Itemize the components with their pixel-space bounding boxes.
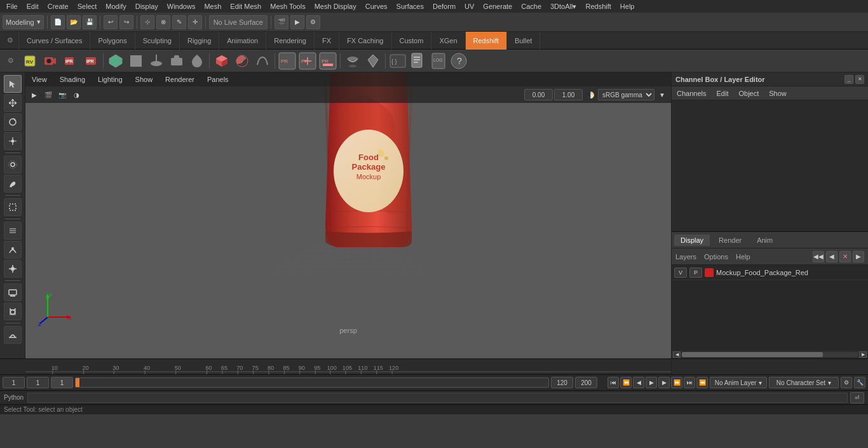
lasso-tool-btn[interactable]: ⊗ xyxy=(156,15,170,29)
vp-film-icon[interactable]: 🎬 xyxy=(42,88,55,101)
shelf-rs-pr2-btn[interactable]: PR xyxy=(298,51,317,71)
undo-btn[interactable]: ↩ xyxy=(104,15,118,29)
vp-menu-view[interactable]: View xyxy=(29,75,50,84)
universal-manipulator-btn[interactable] xyxy=(4,260,22,278)
menu-deform[interactable]: Deform xyxy=(429,1,459,11)
save-file-btn[interactable]: 💾 xyxy=(83,15,97,29)
layer-next-btn[interactable]: ▶ xyxy=(853,251,864,262)
vp-menu-lighting[interactable]: Lighting xyxy=(95,75,125,84)
play-forward-btn[interactable]: ▶ xyxy=(646,377,657,388)
layer-tab-anim[interactable]: Anim xyxy=(750,234,779,246)
shelf-obj4-btn[interactable] xyxy=(167,51,186,71)
layer-tab-render[interactable]: Render xyxy=(712,234,748,246)
prev-key-btn[interactable]: ⏪ xyxy=(620,377,632,388)
shelf-rs-pr1-btn[interactable]: PR xyxy=(278,51,297,71)
tab-rendering[interactable]: Rendering xyxy=(266,32,315,50)
shelf-rs-log-btn[interactable]: LOG xyxy=(429,51,448,71)
timeline-area[interactable]: 10 20 30 40 50 60 65 70 75 80 85 90 95 1… xyxy=(25,359,671,374)
shelf-curve-btn[interactable] xyxy=(253,51,272,71)
marquee-btn[interactable] xyxy=(4,198,22,216)
frame-current-input[interactable] xyxy=(27,377,49,388)
camera-btn[interactable] xyxy=(4,302,22,320)
move-tool[interactable] xyxy=(4,94,22,112)
play-backward-btn[interactable]: ⏪ xyxy=(696,377,708,388)
vp-menu-panels[interactable]: Panels xyxy=(205,75,231,84)
shelf-obj3-btn[interactable] xyxy=(147,51,166,71)
render-btn[interactable]: 🎬 xyxy=(275,15,288,29)
tab-redshift[interactable]: Redshift xyxy=(466,32,507,50)
vp-menu-shading[interactable]: Shading xyxy=(57,75,88,84)
frame-start-input[interactable] xyxy=(3,377,25,388)
total-frames-input[interactable] xyxy=(575,377,597,388)
vp-shading-icon[interactable]: ◑ xyxy=(70,88,83,101)
ch-menu-channels[interactable]: Channels xyxy=(674,88,709,98)
menu-edit[interactable]: Edit xyxy=(23,1,43,11)
shelf-settings-icon[interactable]: ⚙ xyxy=(3,53,19,69)
layer-item-0[interactable]: V P Mockup_Food_Package_Red xyxy=(672,265,868,280)
menu-help[interactable]: Help xyxy=(616,1,639,11)
menu-select[interactable]: Select xyxy=(74,1,101,11)
shelf-ipr-btn[interactable]: IPR xyxy=(61,51,80,71)
soft-select-btn[interactable] xyxy=(4,156,22,173)
menu-mesh-tools[interactable]: Mesh Tools xyxy=(266,1,309,11)
vp-input-val2[interactable] xyxy=(554,89,583,100)
tab-rigging[interactable]: Rigging xyxy=(180,32,219,50)
layer-scrollbar[interactable] xyxy=(682,352,858,357)
menu-redshift[interactable]: Redshift xyxy=(581,1,614,11)
new-file-btn[interactable]: 📄 xyxy=(51,15,65,29)
select-tool-btn[interactable]: ⊹ xyxy=(140,15,154,29)
next-frame-btn[interactable]: ▶ xyxy=(658,377,670,388)
sculpt-tool-btn[interactable] xyxy=(4,326,22,344)
menu-mesh-display[interactable]: Mesh Display xyxy=(311,1,360,11)
menu-mesh[interactable]: Mesh xyxy=(200,1,225,11)
settings-icon-left[interactable]: ⚙ xyxy=(1,32,19,50)
shelf-cam-btn[interactable] xyxy=(41,51,60,71)
settings-btn[interactable]: 🔧 xyxy=(854,377,865,388)
ch-menu-object[interactable]: Object xyxy=(736,88,761,98)
menu-windows[interactable]: Windows xyxy=(163,1,200,11)
next-key-btn[interactable]: ⏩ xyxy=(671,377,682,388)
tab-xgen[interactable]: XGen xyxy=(431,32,465,50)
shelf-sphere-btn[interactable] xyxy=(233,51,252,71)
vp-menu-show[interactable]: Show xyxy=(133,75,156,84)
vp-select-icon[interactable]: ▶ xyxy=(28,88,41,101)
vp-menu-renderer[interactable]: Renderer xyxy=(163,75,197,84)
viewport[interactable]: View Shading Lighting Show Renderer Pane… xyxy=(25,72,671,358)
menu-file[interactable]: File xyxy=(3,1,22,11)
shelf-cube-btn[interactable] xyxy=(212,51,231,71)
shelf-obj1-btn[interactable] xyxy=(106,51,125,71)
prev-frame-btn[interactable]: ◀ xyxy=(633,377,644,388)
snap-curve-btn[interactable] xyxy=(4,241,22,259)
layer-scroll-right-btn[interactable]: ▶ xyxy=(859,351,867,358)
paint-select-btn[interactable] xyxy=(4,175,22,193)
tab-animation[interactable]: Animation xyxy=(219,32,266,50)
menu-display[interactable]: Display xyxy=(132,1,162,11)
menu-modify[interactable]: Modify xyxy=(102,1,130,11)
vp-expand-icon[interactable]: ▼ xyxy=(656,88,668,101)
tab-sculpting[interactable]: Sculpting xyxy=(135,32,180,50)
cb-close-btn[interactable]: ✕ xyxy=(855,75,864,84)
shelf-rs-diamond-btn[interactable] xyxy=(363,51,383,71)
layer-menu-options[interactable]: Options xyxy=(704,253,728,261)
shelf-rs-pr3-btn[interactable]: PR xyxy=(318,51,337,71)
frame-end-input[interactable] xyxy=(551,377,573,388)
open-file-btn[interactable]: 📂 xyxy=(67,15,81,29)
shelf-rs-code-btn[interactable]: { } xyxy=(388,51,407,71)
render-ipr-btn[interactable]: ▶ xyxy=(290,15,304,29)
menu-generate[interactable]: Generate xyxy=(479,1,516,11)
tab-custom[interactable]: Custom xyxy=(392,32,432,50)
cb-minimize-btn[interactable]: _ xyxy=(844,75,853,84)
tab-polygons[interactable]: Polygons xyxy=(90,32,135,50)
shelf-rs-bowl-btn[interactable] xyxy=(343,51,362,71)
python-input[interactable] xyxy=(27,393,848,403)
shelf-light-btn[interactable]: IPR xyxy=(81,51,100,71)
render-options-btn[interactable]: ⚙ xyxy=(306,15,320,29)
menu-surfaces[interactable]: Surfaces xyxy=(393,1,428,11)
tab-bullet[interactable]: Bullet xyxy=(507,32,541,50)
tab-fx-caching[interactable]: FX Caching xyxy=(339,32,391,50)
timeline-scrubber[interactable] xyxy=(75,377,549,388)
menu-cache[interactable]: Cache xyxy=(517,1,545,11)
layer-tab-display[interactable]: Display xyxy=(674,234,710,246)
select-tool[interactable] xyxy=(4,75,22,93)
no-character-set-dropdown[interactable]: No Character Set ▾ xyxy=(769,377,839,388)
